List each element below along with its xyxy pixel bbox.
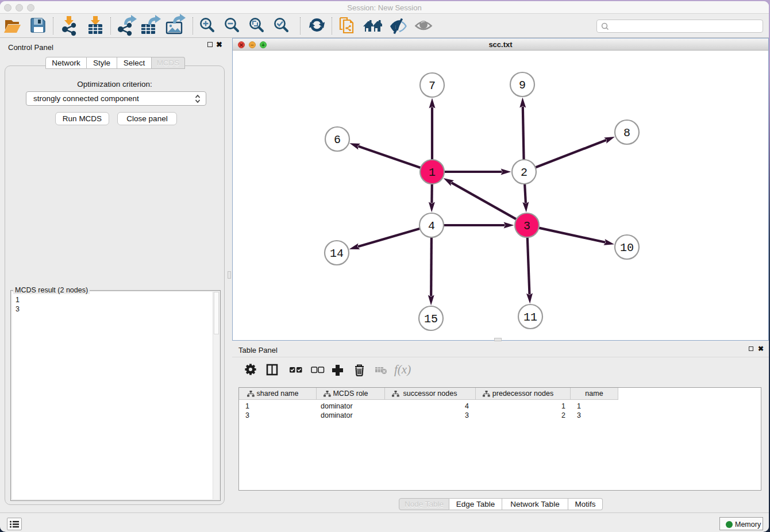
- svg-text:3: 3: [523, 219, 530, 233]
- svg-text:7: 7: [429, 79, 436, 92]
- svg-text:1: 1: [429, 166, 436, 179]
- svg-text:11: 11: [523, 311, 537, 324]
- svg-text:2: 2: [521, 166, 528, 179]
- svg-text:10: 10: [620, 241, 634, 255]
- svg-text:6: 6: [334, 133, 341, 147]
- svg-text:8: 8: [623, 126, 630, 140]
- svg-text:f(x): f(x): [394, 363, 411, 376]
- svg-text:9: 9: [519, 79, 526, 92]
- svg-text:4: 4: [428, 219, 435, 233]
- svg-text:14: 14: [330, 247, 344, 260]
- svg-text:15: 15: [424, 313, 438, 326]
